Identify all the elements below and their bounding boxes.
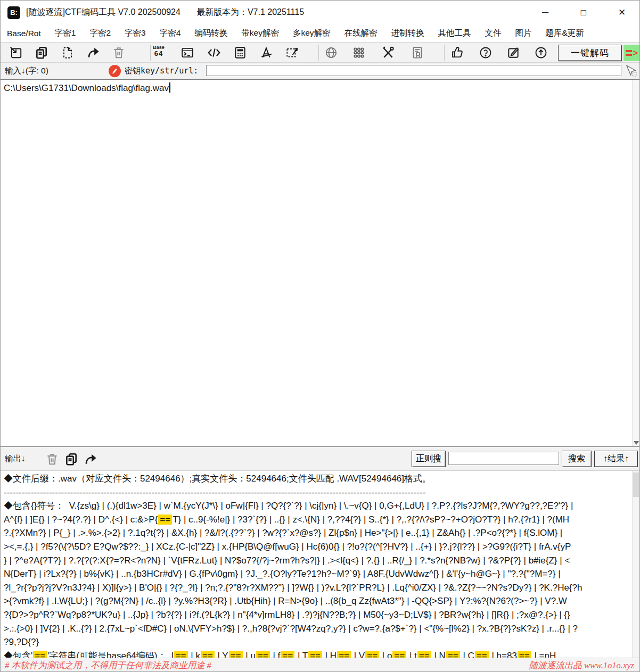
output-line: A^{f} | ]E{} | ?~?4{?.?} | D^.{<} | c:&>… <box>4 513 636 527</box>
result-button[interactable]: ↑结果↑ <box>594 451 638 467</box>
menu-item-12[interactable]: 图片 <box>515 28 532 39</box>
output-scrollbar[interactable] <box>632 471 639 658</box>
scroll-down-icon[interactable] <box>634 441 639 445</box>
scrollbar-thumb[interactable] <box>633 472 639 497</box>
import-icon[interactable] <box>9 46 23 60</box>
window-title: [随波逐流]CTF编码工具 V7.0 202500924 <box>26 7 180 18</box>
status-bar: # 本软件为测试之用，不得用于任何非法及商业用途 # 随波逐流出品 www.1o… <box>1 658 639 672</box>
letter-a-icon[interactable] <box>259 46 273 60</box>
output-line: ?{D?>?p^R?`Wq?p8?*UK?u} | ..{Jp} | ?b?{?… <box>4 608 636 622</box>
output-line: ><,=.{,} | ?f5?(\{?\5D? E?Qw?$??:_} | XC… <box>4 540 636 554</box>
terminal-icon[interactable] <box>180 46 194 60</box>
keypad-icon[interactable] <box>352 46 366 60</box>
decode-arrow-icon[interactable]: > <box>623 45 640 61</box>
menu-item-8[interactable]: 在线解密 <box>344 28 378 39</box>
minimize-icon[interactable]: ─ <box>537 5 553 21</box>
share-icon[interactable] <box>86 46 100 60</box>
regex-search-input[interactable] <box>448 452 559 465</box>
output-label: 输出↓ <box>5 447 26 471</box>
window-controls: ─ □ ✕ <box>537 1 630 24</box>
output-share-icon[interactable] <box>84 452 97 466</box>
menu-item-3[interactable]: 字密3 <box>125 28 146 39</box>
menu-item-4[interactable]: 字密4 <box>160 28 181 39</box>
menu-item-11[interactable]: 文件 <box>485 28 502 39</box>
input-text: C:\Users\G1731\Downloads\flag\flag.wav <box>4 83 169 93</box>
app-logo-icon: B: <box>7 6 20 19</box>
output-line: ◆文件后缀：.wav（对应文件头：52494646）;真实文件头：5249464… <box>4 472 636 486</box>
output-line: >.:.{>0} | ]V{2} | .K..{?} | 2.{7xL~p`<f… <box>4 622 636 636</box>
status-disclaimer: # 本软件为测试之用，不得用于任何非法及商业用途 # <box>5 660 211 671</box>
edit-note-icon[interactable] <box>506 46 520 60</box>
output-row: 输出↓ 正则搜 搜索 ↑结果↑ <box>1 447 639 471</box>
thumbs-up-icon[interactable] <box>450 46 464 60</box>
key-input[interactable] <box>206 65 621 76</box>
calculator-icon[interactable] <box>233 46 247 60</box>
menu-item-1[interactable]: 字密1 <box>55 28 76 39</box>
menu-bar: Base/Rot字密1字密2字密3字密4编码转换带key解密多key解密在线解密… <box>1 24 639 42</box>
output-line: ◆包含{}符号： V.{zs\g} | (.){dl1w>3E} | w`M.{… <box>4 499 636 513</box>
output-line: } | ?^e?A{?T?} | ?.?{?(?:X{?=?R<?n?N} | … <box>4 554 636 568</box>
input-row: 输入↓(字: 0) 密钥key/str/url: <box>1 63 639 79</box>
menu-item-2[interactable]: 字密2 <box>89 28 111 39</box>
menu-item-0[interactable]: Base/Rot <box>7 29 41 38</box>
menu-item-6[interactable]: 带key解密 <box>241 28 279 39</box>
trash-icon[interactable] <box>112 46 126 60</box>
menu-item-13[interactable]: 题库&更新 <box>546 28 584 39</box>
title-bar: B: [随波逐流]CTF编码工具 V7.0 202500924 最新版本为：V7… <box>1 1 639 24</box>
key-edit-icon[interactable] <box>109 65 121 77</box>
globe-icon[interactable] <box>324 46 338 60</box>
paste-icon[interactable] <box>61 46 75 60</box>
toolbar: Base64 <box>1 42 639 63</box>
menu-item-7[interactable]: 多key解密 <box>293 28 331 39</box>
status-credit: 随波逐流出品 www.1o1o.xyz <box>529 660 634 671</box>
output-line: ?9,?D{?} <box>4 635 636 649</box>
tools-icon[interactable] <box>381 46 395 60</box>
base64-icon[interactable]: Base64 <box>152 45 166 59</box>
edit-selection-icon[interactable] <box>285 46 299 60</box>
help-icon[interactable] <box>479 46 493 60</box>
input-count-label: 输入↓(字: 0) <box>5 63 48 79</box>
output-line: N{DerT} | i?Lx?{?} | b%{vK} | ..n.{b3HCr… <box>4 567 636 581</box>
output-trash-icon[interactable] <box>45 452 59 466</box>
output-copy-icon[interactable] <box>64 452 78 466</box>
app-window: B: [随波逐流]CTF编码工具 V7.0 202500924 最新版本为：V7… <box>0 0 640 672</box>
input-textarea[interactable]: C:\Users\G1731\Downloads\flag\flag.wav <box>1 79 639 447</box>
output-content: ◆文件后缀：.wav（对应文件头：52494646）;真实文件头：5249464… <box>1 471 639 658</box>
menu-item-9[interactable]: 进制转换 <box>391 28 424 39</box>
output-line: ?l_?r{?p?j?j?V?n3J?4} | X)]l{y>} | B'O|{… <box>4 581 636 595</box>
regex-search-button[interactable]: 正则搜 <box>412 451 446 467</box>
text-caret <box>169 82 170 93</box>
output-line: ?.{?XMn?} | P{_} | .>.%>.{>2} | ?.1q?t{?… <box>4 526 636 540</box>
input-scrollbar[interactable] <box>632 80 639 446</box>
pointer-cursor-icon <box>625 64 637 79</box>
document-stamp-icon[interactable] <box>411 46 424 60</box>
code-icon[interactable] <box>207 46 221 60</box>
close-icon[interactable]: ✕ <box>614 5 630 21</box>
toolbar-separator <box>150 45 151 61</box>
output-line: >{?vmk?f} | .I.W{LU;} | ?(g?M{?N} | /c..… <box>4 594 636 608</box>
output-line: ----------------------------------------… <box>4 486 636 500</box>
copy-icon[interactable] <box>35 46 48 60</box>
maximize-icon[interactable]: □ <box>576 5 592 21</box>
latest-version-label: 最新版本为：V7.1 20251115 <box>196 7 304 18</box>
one-click-decode-button[interactable]: 一键解码 <box>558 45 622 61</box>
output-textarea[interactable]: ◆文件后缀：.wav（对应文件头：52494646）;真实文件头：5249464… <box>1 471 639 658</box>
menu-item-5[interactable]: 编码转换 <box>194 28 227 39</box>
menu-item-10[interactable]: 其他工具 <box>438 28 471 39</box>
search-button[interactable]: 搜索 <box>562 451 592 467</box>
key-label: 密钥key/str/url: <box>125 63 198 79</box>
toolbar-separator <box>444 45 445 61</box>
toolbar-separator <box>318 45 319 61</box>
output-line: ◆包含'=='字符串(可能是base64编码)： l== | k== | Y==… <box>4 649 636 658</box>
update-icon[interactable] <box>534 46 548 60</box>
